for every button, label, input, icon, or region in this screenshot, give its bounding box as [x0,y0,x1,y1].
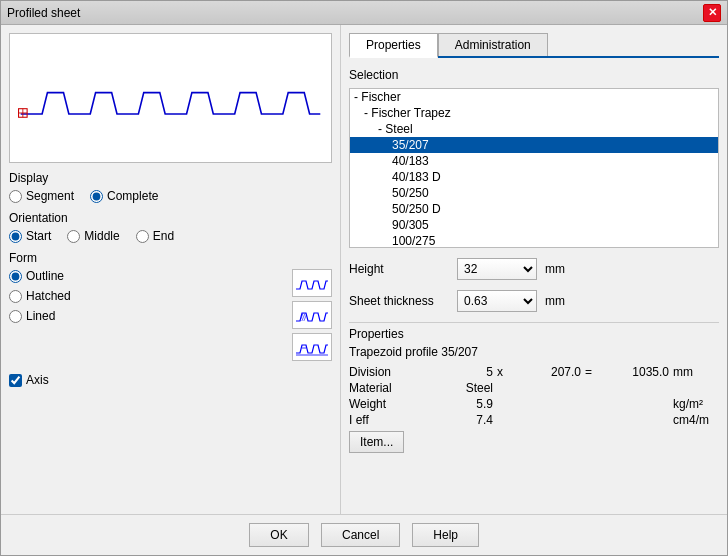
list-item[interactable]: 90/305 [350,217,718,233]
bottom-buttons: OK Cancel Help [1,514,727,555]
cancel-button[interactable]: Cancel [321,523,400,547]
form-outline[interactable]: Outline [9,269,284,283]
properties-details: Properties Trapezoid profile 35/207 Divi… [349,322,719,453]
props-table: Division 5 x 207.0 = 1035.0 mm Material … [349,365,719,427]
orientation-start[interactable]: Start [9,229,51,243]
list-item[interactable]: - Fischer [350,89,718,105]
left-panel: Display Segment Complete Orientation [1,25,341,514]
right-panel: Properties Administration Selection - Fi… [341,25,727,514]
height-label: Height [349,262,449,276]
prop-val-ieff: 7.4 [433,413,493,427]
height-unit: mm [545,262,565,276]
selection-list[interactable]: - Fischer - Fischer Trapez - Steel 35/20… [349,88,719,248]
selection-label: Selection [349,68,719,82]
prop-key-weight: Weight [349,397,429,411]
prop-key-ieff: I eff [349,413,429,427]
list-item[interactable]: 50/250 D [350,201,718,217]
window-title: Profiled sheet [7,6,80,20]
tab-bar: Properties Administration [349,33,719,58]
prop-key-division: Division [349,365,429,379]
item-button[interactable]: Item... [349,431,404,453]
list-item[interactable]: 40/183 [350,153,718,169]
display-section: Display Segment Complete [9,171,332,203]
list-item[interactable]: 40/183 D [350,169,718,185]
axis-checkbox[interactable] [9,374,22,387]
prop-val-division-v1: 5 [433,365,493,379]
prop-unit-weight: kg/m² [673,397,703,411]
display-label: Display [9,171,332,185]
form-outline-icon[interactable] [292,269,332,297]
axis-label: Axis [26,373,49,387]
axis-section: Axis [9,373,332,387]
prop-unit-ieff: cm4/m [673,413,703,427]
display-complete[interactable]: Complete [90,189,158,203]
props-profile-name: Trapezoid profile 35/207 [349,345,719,359]
close-button[interactable]: ✕ [703,4,721,22]
tab-properties[interactable]: Properties [349,33,438,58]
orientation-end[interactable]: End [136,229,174,243]
help-button[interactable]: Help [412,523,479,547]
form-label: Form [9,251,332,265]
form-section: Form Outline Hatched Lined [9,251,332,361]
height-row: Height 32 35 40 mm [349,258,719,280]
prop-op-division-2: = [585,365,605,379]
form-hatched-icon[interactable] [292,301,332,329]
tab-administration[interactable]: Administration [438,33,548,56]
prop-op-division-1: x [497,365,517,379]
orientation-label: Orientation [9,211,332,225]
sheet-thickness-row: Sheet thickness 0.63 0.75 0.88 mm [349,290,719,312]
prop-val-weight: 5.9 [433,397,493,411]
prop-key-material: Material [349,381,429,395]
prop-val-material: Steel [433,381,493,395]
list-item[interactable]: - Steel [350,121,718,137]
sheet-thickness-label: Sheet thickness [349,294,449,308]
title-bar: Profiled sheet ✕ [1,1,727,25]
props-section-title: Properties [349,327,719,341]
list-item[interactable]: 50/250 [350,185,718,201]
sheet-thickness-select[interactable]: 0.63 0.75 0.88 [457,290,537,312]
display-segment[interactable]: Segment [9,189,74,203]
orientation-middle[interactable]: Middle [67,229,119,243]
preview-area [9,33,332,163]
prop-unit-division: mm [673,365,703,379]
height-select[interactable]: 32 35 40 [457,258,537,280]
prop-val-division-v3: 1035.0 [609,365,669,379]
ok-button[interactable]: OK [249,523,309,547]
sheet-thickness-unit: mm [545,294,565,308]
orientation-section: Orientation Start Middle End [9,211,332,243]
list-item[interactable]: - Fischer Trapez [350,105,718,121]
prop-val-division-v2: 207.0 [521,365,581,379]
list-item-selected[interactable]: 35/207 [350,137,718,153]
list-item[interactable]: 100/275 [350,233,718,248]
form-lined-icon[interactable] [292,333,332,361]
form-lined[interactable]: Lined [9,309,284,323]
form-hatched[interactable]: Hatched [9,289,284,303]
main-window: Profiled sheet ✕ Display [0,0,728,556]
